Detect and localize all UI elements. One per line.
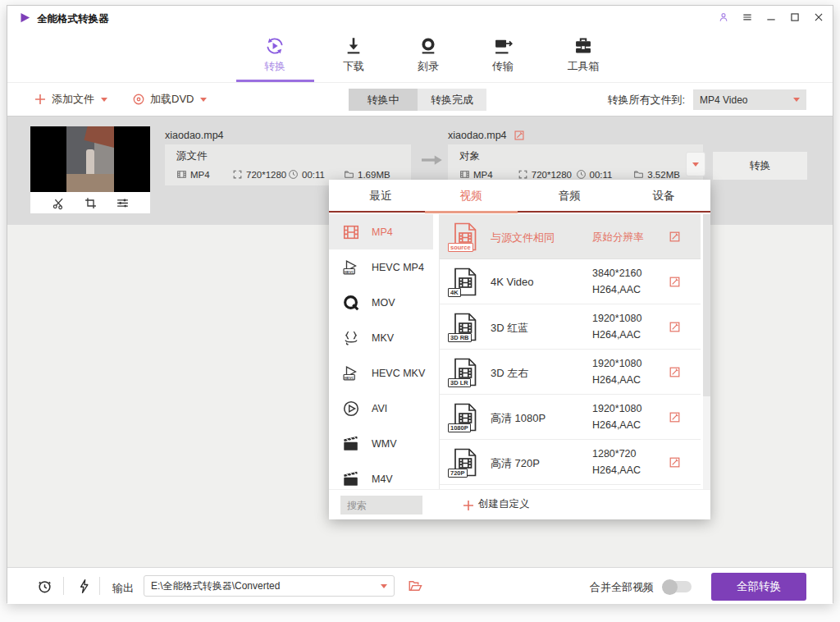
chevron-down-icon [381,584,387,588]
account-icon[interactable] [717,11,729,23]
effects-icon[interactable] [116,196,130,210]
open-folder-icon[interactable] [408,579,422,593]
add-file-button[interactable]: 添加文件 [34,83,107,116]
edit-preset-icon[interactable] [669,411,681,423]
preset-row[interactable]: 720P 高清 720P 1280*720 H264,AAC [440,440,701,485]
rename-icon[interactable] [514,130,525,141]
nav-tab-burn[interactable]: 刻录 [399,35,457,74]
preset-name: 高清 720P [491,456,540,471]
tab-audio[interactable]: 音频 [532,180,606,213]
trim-icon[interactable] [52,196,66,210]
edit-preset-icon[interactable] [669,321,681,333]
edit-preset-icon[interactable] [669,366,681,378]
format-item[interactable]: WMV [329,426,433,461]
tab-video[interactable]: 视频 [434,180,508,213]
folder-icon [633,169,644,180]
format-item[interactable]: MKV [329,320,433,355]
load-dvd-button[interactable]: 加载DVD [132,83,207,116]
preset-name: 3D 红蓝 [491,321,528,336]
nav-tab-transfer[interactable]: 传输 [474,35,532,74]
title-bar: 全能格式转换器 [7,6,833,29]
nav-tab-toolbox[interactable]: 工具箱 [555,35,612,74]
output-path-select[interactable]: E:\全能格式转换器\Converted [144,575,395,597]
film-icon [459,169,470,180]
format-item[interactable]: HEVC HEVC MKV [329,355,433,391]
merge-toggle[interactable] [664,581,692,592]
preset-row[interactable]: 1080P 高清 1080P 1920*1080 H264,AAC [440,395,701,440]
format-icon [342,435,360,453]
format-icon: HEVC [342,364,360,382]
preset-badge: 3D RB [448,333,472,342]
preset-dropdown-button[interactable] [686,152,705,176]
clock-icon [576,169,587,180]
edit-preset-icon[interactable] [669,231,681,243]
plus-icon [462,499,472,510]
row-convert-button[interactable]: 转换 [713,152,807,180]
arrow-right-icon [419,153,444,167]
preset-row[interactable]: source 与源文件相同 原始分辨率 [440,214,701,259]
source-format: MP4 [176,169,232,180]
format-item[interactable]: MOV [329,285,433,320]
bottom-bar: 输出 E:\全能格式转换器\Converted 合并全部视频 全部转换 [7,567,833,604]
source-title: 源文件 [176,149,399,163]
tab-converted[interactable]: 转换完成 [418,89,486,111]
nav-tab-convert[interactable]: 转换 [246,35,304,74]
source-duration: 00:11 [288,169,344,180]
film-icon [176,169,187,180]
search-input[interactable] [340,496,422,515]
format-item[interactable]: MP4 [329,214,433,249]
plus-icon [34,93,47,106]
tab-converting[interactable]: 转换中 [349,89,418,111]
preset-row[interactable]: 3D RB 3D 红蓝 1920*1080 H264,AAC [440,304,701,350]
convert-all-button[interactable]: 全部转换 [711,573,806,601]
target-title: 对象 [459,149,692,163]
maximize-icon[interactable] [788,11,801,23]
format-label: MP4 [372,226,393,238]
preset-film-icon: 3D LR [450,357,480,387]
preset-row[interactable]: 4K 4K Video 3840*2160 H264,AAC [440,259,701,304]
tab-recent[interactable]: 最近 [344,180,418,213]
window-controls [717,11,824,23]
preset-resolution: 1920*1080 [592,358,641,369]
convert-all-to-select[interactable]: MP4 Video [693,89,806,110]
close-icon[interactable] [812,11,824,23]
preset-codec: H264,AAC [592,284,641,295]
schedule-icon[interactable] [37,579,52,594]
edit-preset-icon[interactable] [669,276,681,288]
transfer-icon [492,35,514,57]
video-thumbnail[interactable] [30,126,150,213]
preset-list-scrollbar[interactable] [703,214,710,489]
edit-preset-icon[interactable] [669,456,681,469]
format-panel-body: MP4 HEVC HEVC MP4 MOV MKV HEVC HEVC MKV … [329,214,710,489]
toggle-knob [662,579,678,595]
crop-icon[interactable] [84,196,98,210]
source-file-name: xiaodao.mp4 [165,130,224,141]
target-resolution: 720*1280 [518,169,576,180]
preset-resolution: 1920*1080 [592,313,641,324]
format-item[interactable]: M4V [329,461,433,489]
nav-tab-download[interactable]: 下载 [325,35,382,74]
high-speed-icon[interactable] [76,579,92,594]
target-file-name: xiaodao.mp4 [448,130,507,141]
preset-row[interactable]: 3D LR 3D 左右 1920*1080 H264,AAC [440,350,701,395]
nav-tab-label: 传输 [474,59,532,74]
format-label: WMV [372,438,397,450]
create-custom-button[interactable]: 创建自定义 [462,497,530,511]
convert-all-to-label: 转换所有文件到: [607,93,685,107]
tab-device[interactable]: 设备 [627,180,701,213]
minimize-icon[interactable] [765,11,777,23]
toolbox-icon [573,35,594,57]
preset-resolution: 1920*1080 [592,403,641,414]
page-background: 全能格式转换器 转换 下载 刻录 传输 工具箱 [0,0,840,622]
format-item[interactable]: HEVC HEVC MP4 [329,249,433,285]
preset-codec: H264,AAC [592,464,641,476]
format-label: M4V [372,473,393,485]
menu-icon[interactable] [741,11,753,23]
format-panel-tabs: 最近 视频 音频 设备 [329,180,710,213]
format-item[interactable]: AVI [329,391,433,426]
format-icon [342,294,360,312]
download-icon [343,35,364,57]
chevron-down-icon [793,98,800,102]
burn-disc-icon [418,35,439,57]
preset-name: 高清 1080P [491,411,546,426]
